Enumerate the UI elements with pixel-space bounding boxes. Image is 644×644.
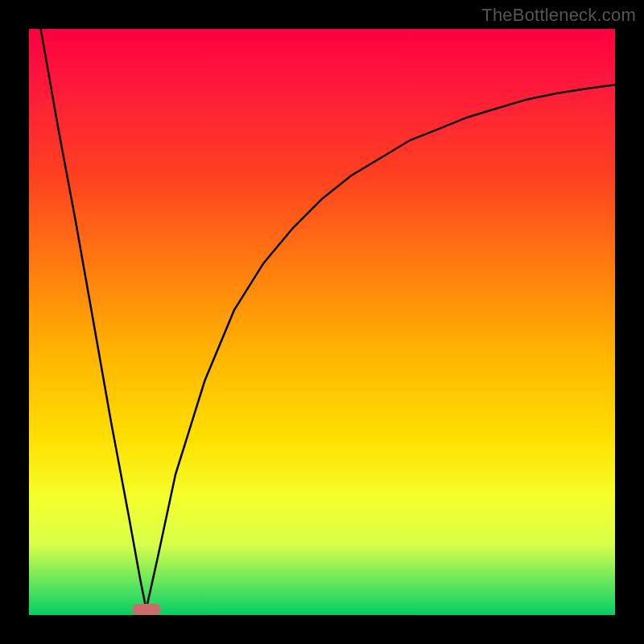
curve-right <box>147 85 615 609</box>
chart-frame: TheBottleneck.com <box>0 0 644 644</box>
curve-left <box>41 29 147 609</box>
chart-svg <box>29 29 615 615</box>
min-marker <box>132 604 161 615</box>
plot-area <box>29 29 615 615</box>
watermark-text: TheBottleneck.com <box>481 5 636 26</box>
